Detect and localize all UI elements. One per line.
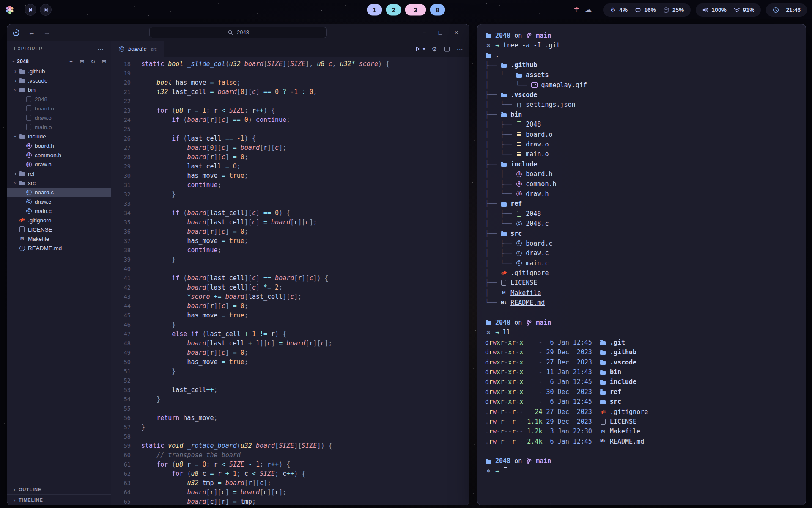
- code-line-41[interactable]: 41 if (board[last_cell][c] == board[r][c…: [111, 273, 469, 283]
- code-line-61[interactable]: 61 for (u8 r = 0; r < SIZE - 1; r++) {: [111, 460, 469, 469]
- terminal-window[interactable]: 2048 on main❄→ tree -a -I .git.├── .gith…: [477, 24, 806, 505]
- code-line-26[interactable]: 26 if (last_cell == -1) {: [111, 134, 469, 143]
- explorer-item-LICENSE[interactable]: LICENSE: [7, 225, 111, 234]
- code-line-59[interactable]: 59static void _rotate_board(u32 board[SI…: [111, 441, 469, 450]
- code-line-20[interactable]: 20 bool has_move = false;: [111, 78, 469, 87]
- code-line-50[interactable]: 50 has_move = true;: [111, 357, 469, 367]
- explorer-item-board.o[interactable]: board.o: [7, 104, 111, 113]
- explorer-item-main.o[interactable]: main.o: [7, 122, 111, 132]
- settings-gear-icon[interactable]: ⚙: [431, 46, 438, 52]
- code-line-56[interactable]: 56 return has_move;: [111, 413, 469, 422]
- explorer-item-.github[interactable]: ›.github: [7, 66, 111, 76]
- code-line-34[interactable]: 34 if (board[last_cell][c] == 0) {: [111, 208, 469, 218]
- media-next-button[interactable]: [40, 4, 52, 16]
- explorer-more-icon[interactable]: ⋯: [97, 46, 104, 52]
- nav-back-icon[interactable]: ←: [28, 29, 35, 36]
- code-line-65[interactable]: 65 board[c][r] = tmp;: [111, 497, 469, 505]
- new-folder-icon[interactable]: ⊞: [79, 58, 85, 65]
- code-line-49[interactable]: 49 board[r][c] = 0;: [111, 348, 469, 357]
- code-line-25[interactable]: 25: [111, 124, 469, 134]
- code-line-54[interactable]: 54 }: [111, 395, 469, 404]
- media-prev-button[interactable]: [25, 4, 36, 16]
- code-line-23[interactable]: 23 for (u8 r = 1; r < SIZE; r++) {: [111, 106, 469, 115]
- code-line-35[interactable]: 35 board[last_cell][c] = board[r][c];: [111, 218, 469, 227]
- code-line-60[interactable]: 60 // transpose the board: [111, 450, 469, 460]
- code-line-18[interactable]: 18static bool _slide_col(u32 board[SIZE]…: [111, 59, 469, 69]
- code-line-30[interactable]: 30 has_move = true;: [111, 171, 469, 180]
- code-line-52[interactable]: 52: [111, 376, 469, 385]
- workspace-1-pill[interactable]: 1: [367, 4, 382, 16]
- code-line-38[interactable]: 38 continue;: [111, 246, 469, 255]
- run-button[interactable]: [414, 46, 421, 52]
- nav-forward-icon[interactable]: →: [44, 29, 50, 36]
- split-editor-icon[interactable]: [444, 46, 450, 52]
- code-line-53[interactable]: 53 last_cell++;: [111, 385, 469, 395]
- code-line-24[interactable]: 24 if (board[r][c] == 0) continue;: [111, 115, 469, 124]
- code-line-58[interactable]: 58: [111, 432, 469, 441]
- minimize-button[interactable]: −: [421, 29, 428, 36]
- code-line-40[interactable]: 40: [111, 264, 469, 273]
- more-actions-icon[interactable]: ⋯: [456, 46, 463, 52]
- workspace-3-pill[interactable]: 3: [405, 4, 426, 16]
- code-line-51[interactable]: 51 }: [111, 367, 469, 376]
- code-line-62[interactable]: 62 for (u8 c = r + 1; c < SIZE; c++) {: [111, 469, 469, 478]
- code-line-19[interactable]: 19: [111, 69, 469, 78]
- explorer-item-board.h[interactable]: Hboard.h: [7, 141, 111, 150]
- close-button[interactable]: ×: [453, 29, 460, 36]
- code-line-57[interactable]: 57}: [111, 422, 469, 432]
- explorer-item-main.c[interactable]: Cmain.c: [7, 206, 111, 215]
- terminal-prompt: 2048 on main: [485, 456, 798, 466]
- code-line-36[interactable]: 36 board[r][c] = 0;: [111, 227, 469, 236]
- code-line-28[interactable]: 28 board[r][c] = 0;: [111, 152, 469, 162]
- code-line-47[interactable]: 47 else if (last_cell + 1 != r) {: [111, 329, 469, 339]
- refresh-icon[interactable]: ↻: [90, 58, 96, 65]
- vscode-titlebar[interactable]: ← → 2048 − □ ×: [7, 24, 469, 41]
- explorer-item-draw.c[interactable]: Cdraw.c: [7, 197, 111, 206]
- run-dropdown-icon[interactable]: ▾: [423, 47, 425, 51]
- maximize-button[interactable]: □: [437, 29, 444, 36]
- workspace-8-pill[interactable]: 8: [430, 4, 445, 16]
- tab-board-c[interactable]: C board.c src: [111, 41, 164, 57]
- launcher-button[interactable]: [5, 7, 14, 13]
- workspace-2-pill[interactable]: 2: [386, 4, 401, 16]
- collapse-all-icon[interactable]: ⊟: [101, 58, 107, 65]
- explorer-item-src[interactable]: ›src: [7, 178, 111, 188]
- code-line-43[interactable]: 43 *score += board[last_cell][c];: [111, 292, 469, 301]
- explorer-item-.gitignore[interactable]: git.gitignore: [7, 215, 111, 225]
- explorer-item-2048[interactable]: 2048: [7, 94, 111, 104]
- command-center-search[interactable]: 2048: [149, 27, 327, 38]
- code-line-27[interactable]: 27 board[0][c] = board[r][c];: [111, 143, 469, 152]
- outline-panel[interactable]: › OUTLINE: [7, 484, 111, 494]
- code-line-33[interactable]: 33: [111, 199, 469, 208]
- code-line-31[interactable]: 31 continue;: [111, 180, 469, 190]
- code-line-63[interactable]: 63 u32 tmp = board[r][c];: [111, 478, 469, 488]
- explorer-item-common.h[interactable]: Hcommon.h: [7, 150, 111, 160]
- code-line-39[interactable]: 39 }: [111, 255, 469, 264]
- code-line-44[interactable]: 44 board[r][c] = 0;: [111, 301, 469, 311]
- explorer-item-draw.o[interactable]: draw.o: [7, 113, 111, 122]
- line-number: 39: [111, 255, 131, 264]
- explorer-item-ref[interactable]: ›ref: [7, 169, 111, 178]
- code-line-21[interactable]: 21 i32 last_cell = board[0][c] == 0 ? -1…: [111, 87, 469, 97]
- explorer-item-README.md[interactable]: iREADME.md: [7, 243, 111, 253]
- explorer-item-.vscode[interactable]: ›.vscode: [7, 76, 111, 85]
- code-editor[interactable]: 18static bool _slide_col(u32 board[SIZE]…: [111, 57, 469, 505]
- explorer-item-include[interactable]: ›include: [7, 132, 111, 141]
- timeline-panel[interactable]: › TIMELINE: [7, 494, 111, 505]
- code-line-42[interactable]: 42 board[last_cell][c] *= 2;: [111, 283, 469, 292]
- explorer-item-draw.h[interactable]: Hdraw.h: [7, 160, 111, 169]
- code-line-29[interactable]: 29 last_cell = 0;: [111, 162, 469, 171]
- new-file-icon[interactable]: +: [68, 58, 74, 65]
- code-line-55[interactable]: 55: [111, 404, 469, 413]
- explorer-item-Makefile[interactable]: MMakefile: [7, 234, 111, 243]
- code-line-37[interactable]: 37 has_move = true;: [111, 236, 469, 246]
- code-line-48[interactable]: 48 board[last_cell + 1][c] = board[r][c]…: [111, 339, 469, 348]
- code-line-46[interactable]: 46 }: [111, 320, 469, 329]
- explorer-item-board.c[interactable]: Cboard.c: [7, 188, 111, 197]
- code-line-32[interactable]: 32 }: [111, 190, 469, 199]
- project-root-row[interactable]: › 2048 + ⊞ ↻ ⊟: [7, 56, 111, 66]
- code-line-64[interactable]: 64 board[r][c] = board[c][r];: [111, 488, 469, 497]
- code-line-45[interactable]: 45 has_move = true;: [111, 311, 469, 320]
- code-line-22[interactable]: 22: [111, 97, 469, 106]
- explorer-item-bin[interactable]: ›bin: [7, 85, 111, 94]
